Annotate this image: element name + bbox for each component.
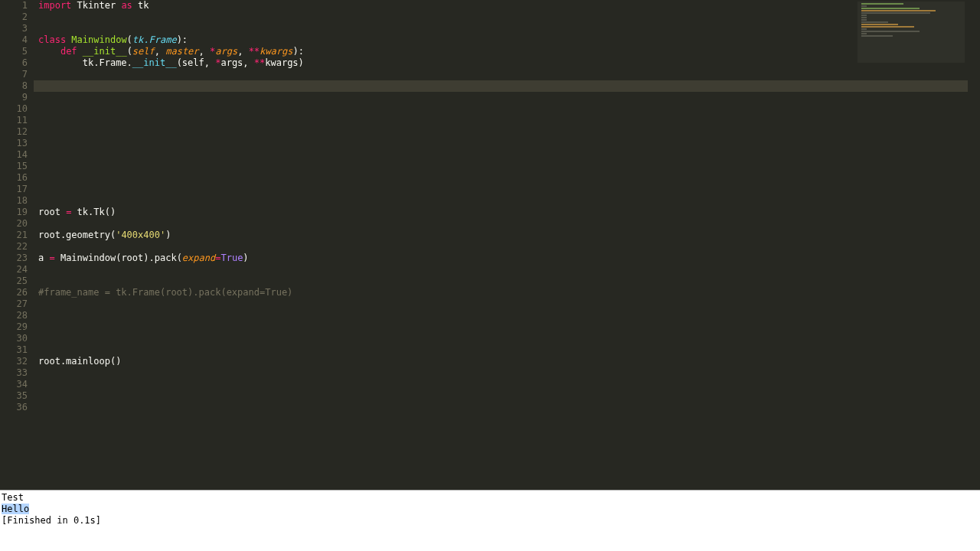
code-token: kwargs: [260, 46, 292, 57]
line-number: 17: [0, 184, 28, 195]
code-token: ): [165, 230, 171, 240]
code-token: root.geometry(: [38, 230, 116, 240]
code-token: tk: [132, 0, 149, 11]
code-line[interactable]: [34, 126, 968, 138]
code-token: ,: [199, 46, 210, 57]
code-token: __init__: [132, 57, 177, 68]
code-token: **: [249, 46, 260, 57]
code-token: ,: [237, 46, 248, 57]
code-line[interactable]: [34, 241, 968, 253]
code-line[interactable]: [34, 184, 968, 195]
line-number: 14: [0, 149, 28, 161]
line-number: 33: [0, 367, 28, 379]
line-number: 18: [0, 195, 28, 207]
code-line[interactable]: root.mainloop(): [34, 356, 968, 367]
code-token: root: [38, 207, 66, 217]
line-number: 16: [0, 172, 28, 184]
code-token: ,: [155, 46, 165, 57]
editor-area[interactable]: 1234567891011121314151617181920212223242…: [0, 0, 980, 490]
code-token: **: [254, 57, 265, 68]
line-number: 36: [0, 402, 28, 413]
line-number: 20: [0, 218, 28, 230]
code-line[interactable]: [34, 80, 968, 92]
code-line[interactable]: [34, 390, 968, 402]
code-token: as: [121, 0, 132, 11]
output-line: Hello: [2, 504, 977, 515]
line-number: 22: [0, 241, 28, 253]
code-token: Tkinter: [71, 0, 121, 11]
code-line[interactable]: import Tkinter as tk: [34, 0, 968, 11]
code-token: self: [132, 46, 155, 57]
code-line[interactable]: [34, 333, 968, 344]
code-line[interactable]: a = Mainwindow(root).pack(expand=True): [34, 253, 968, 264]
code-line[interactable]: [34, 23, 968, 34]
code-line[interactable]: [34, 264, 968, 276]
code-line[interactable]: def __init__(self, master, *args, **kwar…: [34, 46, 968, 57]
code-line[interactable]: [34, 138, 968, 149]
line-number: 3: [0, 23, 28, 34]
line-number: 11: [0, 115, 28, 126]
code-line[interactable]: [34, 310, 968, 321]
code-token: (: [127, 34, 132, 45]
code-token: '400x400': [116, 230, 165, 240]
code-line[interactable]: class Mainwindow(tk.Frame):: [34, 34, 968, 46]
code-line[interactable]: [34, 92, 968, 103]
line-number: 35: [0, 390, 28, 402]
code-line[interactable]: [34, 379, 968, 390]
code-token: expand: [182, 253, 215, 263]
code-line[interactable]: [34, 367, 968, 379]
code-token: args,: [220, 57, 253, 68]
code-line[interactable]: [34, 161, 968, 172]
line-number: 9: [0, 92, 28, 103]
output-line: Test: [2, 492, 977, 504]
code-token: tk.Frame: [132, 34, 177, 45]
code-line[interactable]: [34, 11, 968, 23]
code-line[interactable]: #frame_name = tk.Frame(root).pack(expand…: [34, 287, 968, 298]
line-number: 12: [0, 126, 28, 138]
line-number: 19: [0, 207, 28, 218]
vertical-scrollbar[interactable]: [968, 0, 980, 490]
code-line[interactable]: [34, 103, 968, 115]
code-line[interactable]: [34, 298, 968, 310]
code-token: tk.Tk(): [71, 207, 116, 217]
code-token: ):: [292, 46, 303, 57]
code-line[interactable]: [34, 149, 968, 161]
code-token: Mainwindow(root).pack(: [55, 253, 182, 263]
code-token: [38, 80, 83, 91]
code-token: ): [243, 253, 248, 263]
line-number: 23: [0, 253, 28, 264]
code-line[interactable]: tk.Frame.__init__(self, *args, **kwargs): [34, 57, 968, 69]
line-number: 1: [0, 0, 28, 11]
code-token: [38, 46, 60, 57]
code-token: tk.Frame.: [38, 57, 132, 68]
code-line[interactable]: [34, 115, 968, 126]
code-editor[interactable]: import Tkinter as tkclass Mainwindow(tk.…: [34, 0, 968, 490]
code-token: root.mainloop(): [38, 356, 121, 367]
line-number: 5: [0, 46, 28, 57]
build-output-panel[interactable]: Test Hello [Finished in 0.1s]: [0, 490, 980, 551]
line-number: 30: [0, 333, 28, 344]
code-token: (: [127, 46, 132, 57]
minimap[interactable]: [858, 2, 965, 63]
code-line[interactable]: root = tk.Tk(): [34, 207, 968, 218]
code-token: True: [220, 253, 243, 263]
code-line[interactable]: [34, 69, 968, 80]
code-line[interactable]: [34, 218, 968, 230]
code-line[interactable]: [34, 276, 968, 287]
code-token: #frame_name = tk.Frame(root).pack(expand…: [38, 287, 292, 298]
code-token: =: [49, 253, 54, 263]
code-token: def: [60, 46, 77, 57]
line-number-gutter[interactable]: 1234567891011121314151617181920212223242…: [0, 0, 34, 490]
line-number: 10: [0, 103, 28, 115]
code-line[interactable]: [34, 344, 968, 356]
line-number: 21: [0, 230, 28, 241]
code-token: args: [215, 46, 237, 57]
code-token: import: [38, 0, 71, 11]
line-number: 4: [0, 34, 28, 46]
code-line[interactable]: [34, 172, 968, 184]
code-line[interactable]: [34, 402, 968, 413]
line-number: 28: [0, 310, 28, 321]
code-line[interactable]: root.geometry('400x400'): [34, 230, 968, 241]
code-line[interactable]: [34, 195, 968, 207]
code-line[interactable]: [34, 321, 968, 333]
